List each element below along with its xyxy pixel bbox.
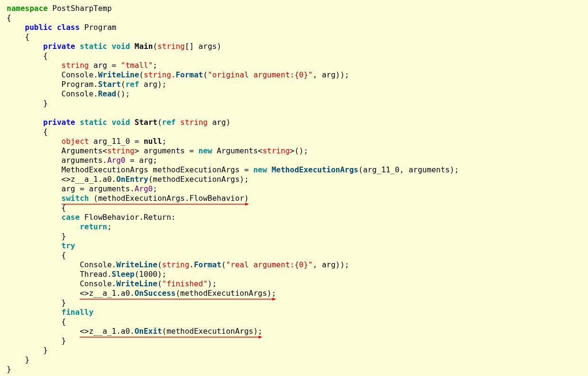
- svg-marker-5: [258, 336, 262, 338]
- kw-ref: ref: [125, 80, 139, 89]
- kw-case: case: [62, 213, 80, 222]
- sleep: Sleep: [112, 270, 135, 279]
- console: Console.: [62, 89, 98, 98]
- kw-static: static: [80, 118, 107, 127]
- writeline: WriteLine: [116, 260, 157, 269]
- txt: = arg;: [125, 156, 157, 165]
- dot: .: [171, 70, 176, 79]
- kw-switch: switch: [62, 194, 89, 203]
- kw-string: string: [62, 61, 89, 70]
- paren: (: [221, 260, 226, 269]
- txt: (methodExecutionArgs.FlowBehavior): [89, 194, 248, 203]
- format: Format: [194, 260, 221, 269]
- semi: ;: [107, 222, 112, 231]
- onexit: OnExit: [135, 327, 162, 336]
- txt: <>z__a_1.a0.: [80, 289, 135, 298]
- paren: (: [203, 70, 208, 79]
- class-name: Program: [84, 23, 116, 32]
- dot: .: [189, 260, 194, 269]
- txt: (methodExecutionArgs);: [175, 289, 276, 298]
- method-main: Main: [135, 42, 153, 51]
- string-literal: "original argument:{0}": [208, 70, 313, 79]
- rest: );: [208, 279, 217, 288]
- kw-string: string: [107, 146, 135, 155]
- kw-public: public: [25, 23, 53, 32]
- kw-class: class: [57, 23, 80, 32]
- txt: (arg_11_0, arguments);: [358, 165, 459, 174]
- thread: Thread.: [80, 270, 111, 279]
- namespace-name: PostSharpTemp: [52, 4, 111, 13]
- type-mea: MethodExecutionArgs: [272, 165, 358, 174]
- string-literal: "real argument:{0}": [226, 260, 312, 269]
- kw-private: private: [43, 118, 75, 127]
- kw-null: null: [144, 137, 162, 146]
- field-arg0: Arg0: [135, 184, 153, 193]
- txt: arguments.: [62, 156, 107, 165]
- var: arg_11_0 =: [89, 137, 144, 146]
- txt: Arguments<: [212, 146, 262, 155]
- type-string: string: [175, 118, 207, 127]
- highlight-onsuccess: <>z__a_1.a0.OnSuccess(methodExecutionArg…: [80, 289, 276, 298]
- rest: , arg));: [312, 260, 349, 269]
- txt: arg = arguments.: [62, 184, 135, 193]
- txt: FlowBehavior.Return:: [80, 213, 175, 222]
- onsuccess: OnSuccess: [135, 289, 176, 298]
- param-args: [] args: [185, 42, 217, 51]
- program: Program.: [62, 80, 98, 89]
- kw-return: return: [80, 222, 107, 231]
- string-literal: "finished": [162, 279, 208, 288]
- kw-void: void: [112, 42, 130, 51]
- onentry: OnEntry: [116, 175, 148, 184]
- read: Read: [98, 89, 117, 98]
- kw-static: static: [80, 42, 107, 51]
- arrow-underline-icon: [80, 298, 276, 301]
- kw-try: try: [62, 241, 75, 250]
- txt: MethodExecutionArgs methodExecutionArgs …: [62, 165, 254, 174]
- txt: ;: [153, 184, 157, 193]
- param-arg: arg): [208, 118, 230, 127]
- kw-finally: finally: [62, 308, 93, 317]
- var-arg: arg =: [89, 61, 120, 70]
- kw-new: new: [253, 165, 267, 174]
- kw-ref: ref: [162, 118, 176, 127]
- highlight-onexit: <>z__a_1.a0.OnExit(methodExecutionArgs);: [80, 327, 262, 336]
- writeline: WriteLine: [98, 70, 139, 79]
- semi: ;: [162, 137, 167, 146]
- writeline: WriteLine: [116, 279, 157, 288]
- kw-string: string: [144, 70, 171, 79]
- format: Format: [175, 70, 203, 79]
- rest: ();: [116, 89, 130, 98]
- svg-marker-1: [245, 203, 249, 206]
- kw-void: void: [112, 118, 130, 127]
- paren: (: [157, 279, 162, 288]
- console: Console.: [62, 70, 98, 79]
- arrow-underline-icon: [62, 203, 249, 206]
- txt: (1000);: [135, 270, 166, 279]
- console: Console.: [80, 279, 116, 288]
- paren: (: [157, 260, 162, 269]
- start-call: Start: [98, 80, 121, 89]
- txt: <>z__a_1.a0.: [62, 175, 117, 184]
- method-start: Start: [135, 118, 157, 127]
- string-literal: "tmall": [121, 61, 153, 70]
- kw-private: private: [43, 42, 75, 51]
- arrow-underline-icon: [80, 336, 262, 338]
- txt: <>z__a_1.a0.: [80, 327, 135, 336]
- kw-namespace: namespace: [7, 4, 48, 13]
- type-string: string: [157, 42, 185, 51]
- txt: (methodExecutionArgs);: [148, 175, 249, 184]
- sp: [267, 165, 272, 174]
- rest: , arg));: [312, 70, 349, 79]
- paren: (: [139, 70, 144, 79]
- kw-new: new: [199, 146, 212, 155]
- rest: arg);: [139, 80, 166, 89]
- kw-string: string: [162, 260, 190, 269]
- svg-marker-3: [272, 298, 276, 301]
- console: Console.: [80, 260, 116, 269]
- type: Arguments<: [62, 146, 107, 155]
- code-block: namespace PostSharpTemp { public class P…: [0, 0, 588, 376]
- txt: >();: [290, 146, 308, 155]
- paren: (: [157, 118, 162, 127]
- highlight-switch: switch (methodExecutionArgs.FlowBehavior…: [62, 194, 249, 203]
- txt: > arguments =: [135, 146, 199, 155]
